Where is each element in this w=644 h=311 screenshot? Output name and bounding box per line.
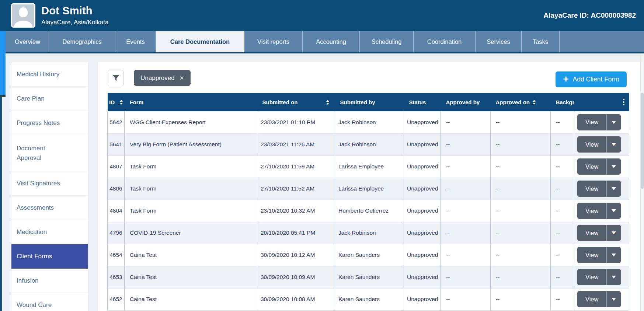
caret-down-icon[interactable] [607, 114, 621, 130]
tab-services[interactable]: Services [476, 31, 522, 52]
view-button[interactable]: View [577, 136, 621, 153]
cell-id: 4807 [108, 156, 125, 178]
vertical-scrollbar-thumb[interactable] [641, 93, 644, 189]
view-button[interactable]: View [577, 269, 621, 285]
vertical-scrollbar-track[interactable] [640, 53, 644, 311]
view-button[interactable]: View [577, 247, 621, 263]
view-button-label: View [577, 181, 607, 197]
caret-down-icon[interactable] [607, 158, 621, 175]
cell-submitted_on: 27/10/2020 11:52 AM [257, 178, 335, 200]
column-label-status: Status [409, 99, 426, 105]
column-header-submitted_on[interactable]: Submitted on [257, 93, 335, 111]
tab-coordination[interactable]: Coordination [414, 31, 476, 52]
client-forms-table: IDFormSubmitted onSubmitted byStatusAppr… [107, 93, 629, 311]
view-button[interactable]: View [577, 225, 621, 241]
cell-actions: View [574, 156, 629, 178]
view-button[interactable]: View [577, 181, 621, 197]
cell-status: Unapproved [404, 222, 441, 244]
caret-down-icon[interactable] [607, 247, 621, 263]
cell-approved_by: -- [441, 156, 491, 178]
column-header-wrap: Submitted on [257, 99, 335, 105]
cell-status: Unapproved [404, 288, 441, 310]
sidebar-item-label: Visit Signatures [17, 180, 60, 187]
sidebar-item-client-forms[interactable]: Client Forms [11, 244, 88, 269]
caret-down-icon[interactable] [607, 291, 621, 307]
sidebar-item-label: Infusion [17, 277, 39, 284]
sidebar-item-medical-history[interactable]: Medical History [11, 62, 88, 87]
cell-submitted_by: Jack Robinson [335, 222, 404, 244]
cell-actions: View [574, 111, 629, 133]
kebab-menu-icon[interactable] [622, 98, 626, 106]
sidebar-item-progress-notes[interactable]: Progress Notes [11, 111, 88, 135]
column-header-id[interactable]: ID [108, 93, 125, 111]
cell-submitted_by: Karen Saunders [335, 288, 404, 310]
cell-id: 4654 [108, 244, 125, 266]
cell-background: -- [551, 178, 574, 200]
view-button[interactable]: View [577, 203, 621, 219]
column-header-wrap [574, 98, 629, 106]
cell-id: 5641 [108, 133, 125, 156]
cell-id: 4653 [108, 266, 125, 288]
column-header-wrap: Approved on [491, 99, 551, 105]
cell-approved_on: -- [491, 133, 551, 156]
cell-id: 4796 [108, 222, 125, 244]
filter-chip-unapproved[interactable]: Unapproved ✕ [134, 70, 191, 86]
tab-demographics[interactable]: Demographics [49, 31, 115, 52]
view-button-label: View [577, 225, 607, 241]
cell-background: -- [551, 200, 574, 222]
cell-id: 4652 [108, 288, 125, 310]
column-header-actions [574, 93, 629, 111]
column-header-approved_on[interactable]: Approved on [491, 93, 551, 111]
caret-down-icon[interactable] [607, 203, 621, 219]
caret-down-icon[interactable] [607, 225, 621, 241]
sidebar-item-medication[interactable]: Medication [11, 220, 88, 244]
caret-down-icon[interactable] [607, 269, 621, 285]
cell-approved_by: -- [441, 288, 491, 310]
cell-status: Unapproved [404, 266, 441, 288]
caret-down-icon[interactable] [607, 181, 621, 197]
sidebar-item-visit-signatures[interactable]: Visit Signatures [11, 171, 88, 196]
cell-approved_by: -- [441, 133, 491, 156]
funnel-icon [112, 74, 120, 83]
sidebar-item-wound-care[interactable]: Wound Care [11, 293, 88, 311]
tab-events[interactable]: Events [115, 31, 156, 52]
sidebar-item-infusion[interactable]: Infusion [11, 269, 88, 293]
tab-visit-reports[interactable]: Visit reports [244, 31, 303, 52]
cell-actions: View [574, 178, 629, 200]
cell-submitted_on: 27/10/2020 11:59 AM [257, 156, 335, 178]
sidebar-item-care-plan[interactable]: Care Plan [11, 87, 88, 111]
alayacare-id-label: AlayaCare ID: AC000003982 [543, 11, 636, 20]
cell-submitted_on: 23/03/2021 11:26 AM [257, 133, 335, 156]
sort-icon[interactable] [533, 100, 536, 105]
tab-tasks[interactable]: Tasks [522, 31, 560, 52]
filter-button[interactable] [108, 70, 124, 86]
column-label-id: ID [109, 99, 115, 105]
column-header-submitted_by: Submitted by [335, 93, 404, 111]
tab-overview[interactable]: Overview [6, 31, 49, 52]
view-button[interactable]: View [577, 158, 621, 175]
column-header-form: Form [125, 93, 257, 111]
tab-accounting[interactable]: Accounting [303, 31, 360, 52]
column-label-approved_on: Approved on [496, 99, 530, 105]
sort-icon[interactable] [326, 100, 329, 105]
client-name: Dot Smith [41, 5, 108, 17]
sidebar-item-document-approval[interactable]: Document Approval [11, 135, 88, 171]
sidebar-item-assessments[interactable]: Assessments [11, 196, 88, 220]
side-drawer-handle[interactable] [0, 31, 6, 95]
close-icon[interactable]: ✕ [180, 75, 184, 81]
cell-approved_by: -- [441, 222, 491, 244]
cell-submitted_on: 20/10/2020 05:41 PM [257, 222, 335, 244]
view-button[interactable]: View [577, 291, 621, 307]
table-row: 4652Caina Test30/09/2020 10:08 AMKaren S… [108, 288, 629, 310]
cell-submitted_by: Humberto Gutierrez [335, 200, 404, 222]
tab-scheduling[interactable]: Scheduling [360, 31, 414, 52]
cell-submitted_by: Jack Robinson [335, 111, 404, 133]
view-button[interactable]: View [577, 114, 621, 130]
tab-care-documentation[interactable]: Care Documentation [156, 31, 244, 52]
cell-approved_on: -- [491, 200, 551, 222]
add-client-form-button[interactable]: + Add Client Form [556, 71, 627, 87]
column-label-form: Form [130, 99, 144, 105]
caret-down-icon[interactable] [607, 136, 621, 153]
cell-background: -- [551, 222, 574, 244]
sort-icon[interactable] [120, 100, 123, 105]
